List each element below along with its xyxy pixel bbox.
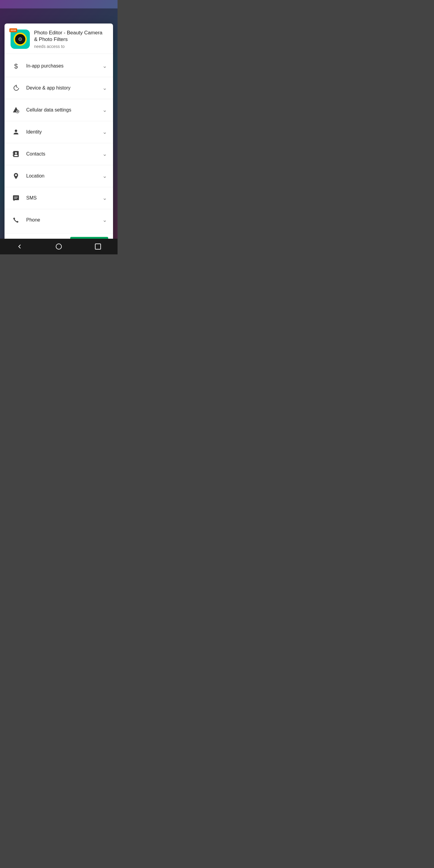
chevron-icon-cellular-data: ⌄ [102,107,107,113]
app-icon-container: 2018 [10,30,30,49]
recents-button[interactable] [92,241,104,253]
app-icon-inner [13,33,27,46]
svg-point-28 [15,130,17,132]
contacts-icon [10,149,22,159]
home-button[interactable] [53,241,65,253]
permissions-list: $ In-app purchases ⌄ Device & app histor… [4,54,113,233]
back-button[interactable] [13,241,26,253]
svg-rect-50 [95,244,101,249]
permission-label-device-app-history: Device & app history [26,85,102,91]
permission-label-location: Location [26,173,102,179]
permission-item-cellular-data[interactable]: Cellular data settings ⌄ [4,99,113,121]
dollar-icon: $ [10,61,22,71]
permission-item-location[interactable]: Location ⌄ [4,165,113,187]
permission-label-sms: SMS [26,195,102,201]
sms-icon [10,193,22,204]
chevron-icon-identity: ⌄ [102,129,107,135]
phone-icon [10,215,22,225]
app-icon-lens [19,37,22,41]
bottom-navigation [0,239,118,254]
svg-point-30 [15,152,17,154]
permission-label-cellular-data: Cellular data settings [26,107,102,113]
permission-item-device-app-history[interactable]: Device & app history ⌄ [4,77,113,99]
chevron-icon-phone: ⌄ [102,217,107,223]
permission-label-in-app-purchases: In-app purchases [26,63,102,69]
permission-item-contacts[interactable]: Contacts ⌄ [4,143,113,165]
modal-overlay: 2018 Photo Editor - Beauty Camera & Phot… [0,8,118,254]
permissions-modal: 2018 Photo Editor - Beauty Camera & Phot… [4,24,113,253]
chevron-icon-device-app-history: ⌄ [102,85,107,91]
svg-text:$: $ [14,62,18,70]
svg-point-49 [56,244,61,249]
chevron-icon-in-app-purchases: ⌄ [102,63,107,69]
permission-label-identity: Identity [26,129,102,135]
app-name: Photo Editor - Beauty Camera & Photo Fil… [34,30,107,43]
app-header: 2018 Photo Editor - Beauty Camera & Phot… [4,24,113,54]
permission-label-phone: Phone [26,217,102,223]
recents-icon [94,243,101,250]
app-icon [10,30,30,49]
location-icon [10,170,22,181]
svg-point-34 [15,174,17,176]
home-icon [55,243,62,250]
cellular-icon [10,104,22,116]
permission-item-sms[interactable]: SMS ⌄ [4,187,113,209]
history-icon [10,83,22,93]
identity-icon [10,127,22,137]
back-icon [16,243,23,250]
chevron-icon-location: ⌄ [102,173,107,179]
chevron-icon-contacts: ⌄ [102,151,107,157]
permission-label-contacts: Contacts [26,151,102,157]
app-title-section: Photo Editor - Beauty Camera & Photo Fil… [34,30,107,49]
chevron-icon-sms: ⌄ [102,195,107,201]
permission-item-in-app-purchases[interactable]: $ In-app purchases ⌄ [4,55,113,77]
permission-item-phone[interactable]: Phone ⌄ [4,209,113,231]
permission-item-identity[interactable]: Identity ⌄ [4,121,113,143]
year-badge: 2018 [9,28,17,32]
svg-rect-35 [13,195,19,200]
needs-access-text: needs access to [34,44,107,49]
